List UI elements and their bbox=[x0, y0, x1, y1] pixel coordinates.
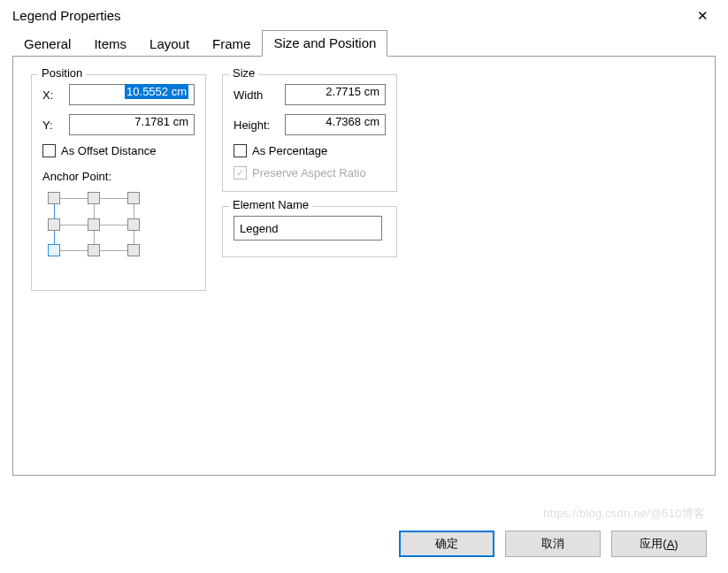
y-label: Y: bbox=[42, 118, 62, 132]
tab-general[interactable]: General bbox=[12, 31, 82, 57]
element-name-input[interactable]: Legend bbox=[234, 216, 382, 241]
as-percentage-checkbox[interactable] bbox=[234, 144, 247, 157]
anchor-ml[interactable] bbox=[48, 218, 60, 231]
anchor-mr[interactable] bbox=[127, 218, 140, 231]
button-bar: 确定 取消 应用(A) bbox=[0, 518, 728, 573]
anchor-tl[interactable] bbox=[48, 192, 60, 204]
anchor-bl[interactable] bbox=[48, 244, 60, 256]
tab-bar: General Items Layout Frame Size and Posi… bbox=[12, 29, 716, 56]
height-label: Height: bbox=[234, 118, 278, 132]
ok-button[interactable]: 确定 bbox=[399, 531, 494, 557]
preserve-ratio-checkbox: ✓ bbox=[234, 166, 247, 180]
size-group: Size Width 2.7715 cm Height: 4.7368 cm A… bbox=[222, 74, 397, 192]
element-name-legend: Element Name bbox=[229, 198, 312, 211]
as-percentage-label: As Percentage bbox=[252, 144, 327, 157]
width-label: Width bbox=[234, 88, 278, 102]
x-label: X: bbox=[42, 88, 62, 102]
preserve-ratio-label: Preserve Aspect Ratio bbox=[252, 166, 366, 180]
anchor-bc[interactable] bbox=[88, 244, 100, 256]
tab-layout[interactable]: Layout bbox=[138, 31, 201, 57]
position-group: Position X: 10.5552 cm Y: 7.1781 cm As O… bbox=[31, 74, 206, 291]
y-input[interactable]: 7.1781 cm bbox=[69, 114, 195, 135]
anchor-tc[interactable] bbox=[88, 192, 100, 204]
anchor-point-grid bbox=[48, 192, 141, 257]
anchor-br[interactable] bbox=[127, 244, 140, 256]
tab-items[interactable]: Items bbox=[82, 31, 138, 57]
apply-button[interactable]: 应用(A) bbox=[611, 531, 707, 557]
anchor-tr[interactable] bbox=[127, 192, 140, 204]
as-offset-label: As Offset Distance bbox=[61, 144, 156, 157]
as-offset-checkbox[interactable] bbox=[42, 144, 56, 157]
cancel-button[interactable]: 取消 bbox=[505, 531, 601, 557]
tab-frame[interactable]: Frame bbox=[201, 31, 262, 57]
x-input[interactable]: 10.5552 cm bbox=[69, 84, 195, 105]
tab-size-and-position[interactable]: Size and Position bbox=[262, 30, 387, 57]
element-name-group: Element Name Legend bbox=[222, 206, 397, 257]
anchor-point-label: Anchor Point: bbox=[42, 170, 195, 183]
size-legend: Size bbox=[229, 66, 258, 80]
height-input[interactable]: 4.7368 cm bbox=[285, 114, 386, 135]
width-input[interactable]: 2.7715 cm bbox=[285, 84, 386, 105]
tab-panel: Position X: 10.5552 cm Y: 7.1781 cm As O… bbox=[12, 56, 716, 476]
close-icon[interactable]: ✕ bbox=[690, 7, 716, 24]
position-legend: Position bbox=[38, 66, 86, 80]
window-title: Legend Properties bbox=[12, 8, 121, 23]
anchor-mc[interactable] bbox=[88, 218, 100, 231]
